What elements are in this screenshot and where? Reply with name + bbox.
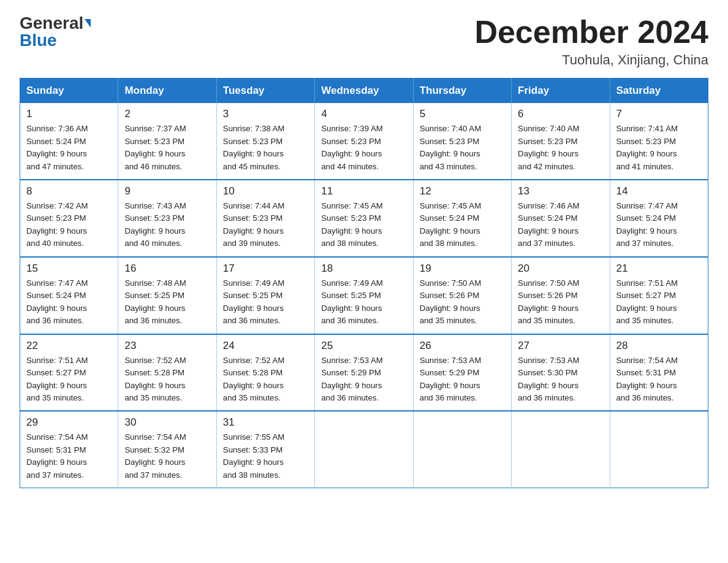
day-number: 21 (616, 262, 702, 275)
title-block: December 2024 Tuohula, Xinjiang, China (474, 15, 708, 68)
day-info: Sunrise: 7:46 AM Sunset: 5:24 PM Dayligh… (518, 200, 603, 250)
logo-blue-text: Blue (20, 32, 57, 49)
calendar-cell: 29Sunrise: 7:54 AM Sunset: 5:31 PM Dayli… (20, 411, 118, 488)
calendar-cell: 23Sunrise: 7:52 AM Sunset: 5:28 PM Dayli… (118, 334, 216, 412)
day-info: Sunrise: 7:45 AM Sunset: 5:23 PM Dayligh… (321, 200, 406, 250)
day-number: 6 (518, 108, 603, 120)
calendar-cell: 30Sunrise: 7:54 AM Sunset: 5:32 PM Dayli… (118, 411, 216, 488)
day-info: Sunrise: 7:49 AM Sunset: 5:25 PM Dayligh… (321, 277, 406, 327)
day-info: Sunrise: 7:53 AM Sunset: 5:30 PM Dayligh… (518, 354, 603, 405)
day-info: Sunrise: 7:47 AM Sunset: 5:24 PM Dayligh… (26, 277, 112, 327)
weekday-header-tuesday: Tuesday (216, 79, 314, 104)
weekday-header-sunday: Sunday (20, 79, 118, 104)
calendar-cell: 24Sunrise: 7:52 AM Sunset: 5:28 PM Dayli… (216, 334, 314, 412)
day-info: Sunrise: 7:53 AM Sunset: 5:29 PM Dayligh… (420, 354, 505, 405)
logo-general-text: General (20, 15, 83, 32)
day-number: 2 (124, 108, 210, 120)
day-number: 25 (321, 340, 406, 352)
weekday-header-wednesday: Wednesday (315, 79, 413, 104)
weekday-header-friday: Friday (512, 79, 610, 104)
calendar-cell: 11Sunrise: 7:45 AM Sunset: 5:23 PM Dayli… (315, 180, 413, 257)
day-number: 5 (420, 108, 505, 120)
calendar-cell (315, 411, 413, 488)
calendar-cell: 7Sunrise: 7:41 AM Sunset: 5:23 PM Daylig… (610, 103, 708, 180)
day-number: 23 (124, 340, 210, 352)
calendar-cell: 4Sunrise: 7:39 AM Sunset: 5:23 PM Daylig… (315, 103, 413, 180)
day-number: 31 (223, 416, 308, 429)
day-info: Sunrise: 7:40 AM Sunset: 5:23 PM Dayligh… (420, 123, 505, 173)
calendar-cell: 15Sunrise: 7:47 AM Sunset: 5:24 PM Dayli… (20, 257, 118, 334)
page-header: General Blue December 2024 Tuohula, Xinj… (20, 15, 708, 68)
day-number: 12 (420, 185, 505, 197)
day-info: Sunrise: 7:54 AM Sunset: 5:32 PM Dayligh… (124, 431, 210, 481)
weekday-header-monday: Monday (118, 79, 216, 104)
calendar-cell (610, 411, 708, 488)
calendar-cell: 19Sunrise: 7:50 AM Sunset: 5:26 PM Dayli… (413, 257, 511, 334)
day-info: Sunrise: 7:44 AM Sunset: 5:23 PM Dayligh… (223, 200, 308, 250)
day-info: Sunrise: 7:54 AM Sunset: 5:31 PM Dayligh… (26, 431, 112, 481)
weekday-header-thursday: Thursday (413, 79, 511, 104)
day-number: 14 (616, 185, 702, 197)
day-number: 24 (223, 340, 308, 352)
day-info: Sunrise: 7:54 AM Sunset: 5:31 PM Dayligh… (616, 354, 702, 405)
day-number: 11 (321, 185, 406, 197)
calendar-cell: 17Sunrise: 7:49 AM Sunset: 5:25 PM Dayli… (216, 257, 314, 334)
day-info: Sunrise: 7:37 AM Sunset: 5:23 PM Dayligh… (124, 123, 210, 173)
day-info: Sunrise: 7:50 AM Sunset: 5:26 PM Dayligh… (518, 277, 603, 327)
logo-triangle-icon (85, 19, 91, 28)
day-number: 8 (26, 185, 112, 197)
day-info: Sunrise: 7:50 AM Sunset: 5:26 PM Dayligh… (420, 277, 505, 327)
calendar-cell (512, 411, 610, 488)
calendar-cell: 27Sunrise: 7:53 AM Sunset: 5:30 PM Dayli… (512, 334, 610, 412)
calendar-cell: 9Sunrise: 7:43 AM Sunset: 5:23 PM Daylig… (118, 180, 216, 257)
day-info: Sunrise: 7:41 AM Sunset: 5:23 PM Dayligh… (616, 123, 702, 173)
day-info: Sunrise: 7:43 AM Sunset: 5:23 PM Dayligh… (124, 200, 210, 250)
calendar-cell: 3Sunrise: 7:38 AM Sunset: 5:23 PM Daylig… (216, 103, 314, 180)
day-number: 4 (321, 108, 406, 120)
day-number: 22 (26, 340, 112, 352)
day-number: 15 (26, 262, 112, 275)
calendar-cell: 8Sunrise: 7:42 AM Sunset: 5:23 PM Daylig… (20, 180, 118, 257)
day-info: Sunrise: 7:39 AM Sunset: 5:23 PM Dayligh… (321, 123, 406, 173)
calendar-cell: 2Sunrise: 7:37 AM Sunset: 5:23 PM Daylig… (118, 103, 216, 180)
calendar-cell: 18Sunrise: 7:49 AM Sunset: 5:25 PM Dayli… (315, 257, 413, 334)
day-info: Sunrise: 7:51 AM Sunset: 5:27 PM Dayligh… (616, 277, 702, 327)
calendar-cell: 6Sunrise: 7:40 AM Sunset: 5:23 PM Daylig… (512, 103, 610, 180)
day-info: Sunrise: 7:45 AM Sunset: 5:24 PM Dayligh… (420, 200, 505, 250)
day-number: 7 (616, 108, 702, 120)
calendar-cell (413, 411, 511, 488)
calendar-cell: 10Sunrise: 7:44 AM Sunset: 5:23 PM Dayli… (216, 180, 314, 257)
day-number: 29 (26, 416, 112, 429)
calendar-cell: 12Sunrise: 7:45 AM Sunset: 5:24 PM Dayli… (413, 180, 511, 257)
calendar-cell: 26Sunrise: 7:53 AM Sunset: 5:29 PM Dayli… (413, 334, 511, 412)
day-number: 30 (124, 416, 210, 429)
day-number: 17 (223, 262, 308, 275)
day-info: Sunrise: 7:40 AM Sunset: 5:23 PM Dayligh… (518, 123, 603, 173)
calendar-cell: 31Sunrise: 7:55 AM Sunset: 5:33 PM Dayli… (216, 411, 314, 488)
day-number: 9 (124, 185, 210, 197)
day-info: Sunrise: 7:51 AM Sunset: 5:27 PM Dayligh… (26, 354, 112, 405)
month-title: December 2024 (474, 15, 708, 50)
calendar-cell: 28Sunrise: 7:54 AM Sunset: 5:31 PM Dayli… (610, 334, 708, 412)
calendar-cell: 16Sunrise: 7:48 AM Sunset: 5:25 PM Dayli… (118, 257, 216, 334)
day-number: 16 (124, 262, 210, 275)
day-number: 27 (518, 340, 603, 352)
day-info: Sunrise: 7:42 AM Sunset: 5:23 PM Dayligh… (26, 200, 112, 250)
day-number: 18 (321, 262, 406, 275)
day-info: Sunrise: 7:38 AM Sunset: 5:23 PM Dayligh… (223, 123, 308, 173)
calendar-cell: 20Sunrise: 7:50 AM Sunset: 5:26 PM Dayli… (512, 257, 610, 334)
day-number: 20 (518, 262, 603, 275)
calendar-cell: 13Sunrise: 7:46 AM Sunset: 5:24 PM Dayli… (512, 180, 610, 257)
day-info: Sunrise: 7:52 AM Sunset: 5:28 PM Dayligh… (223, 354, 308, 405)
day-info: Sunrise: 7:52 AM Sunset: 5:28 PM Dayligh… (124, 354, 210, 405)
day-number: 3 (223, 108, 308, 120)
day-info: Sunrise: 7:48 AM Sunset: 5:25 PM Dayligh… (124, 277, 210, 327)
calendar-cell: 25Sunrise: 7:53 AM Sunset: 5:29 PM Dayli… (315, 334, 413, 412)
day-info: Sunrise: 7:47 AM Sunset: 5:24 PM Dayligh… (616, 200, 702, 250)
day-number: 10 (223, 185, 308, 197)
calendar-cell: 21Sunrise: 7:51 AM Sunset: 5:27 PM Dayli… (610, 257, 708, 334)
calendar-table: SundayMondayTuesdayWednesdayThursdayFrid… (20, 78, 708, 488)
day-number: 26 (420, 340, 505, 352)
weekday-header-saturday: Saturday (610, 79, 708, 104)
day-number: 1 (26, 108, 112, 120)
